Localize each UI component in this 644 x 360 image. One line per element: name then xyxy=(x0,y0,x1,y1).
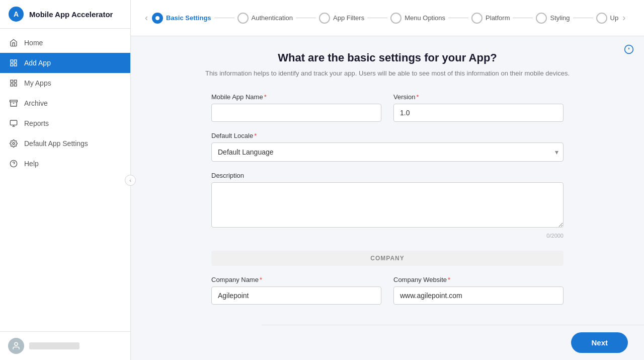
stepper-item-platform[interactable]: Platform xyxy=(471,13,510,24)
svg-rect-6 xyxy=(11,80,13,83)
stepper-circle-styling xyxy=(536,13,547,24)
sidebar-item-label-archive: Archive xyxy=(24,99,48,107)
svg-rect-4 xyxy=(11,63,13,66)
bottom-bar: Next xyxy=(262,325,644,360)
form-row-company: Company Name* Company Website* xyxy=(211,276,564,305)
info-icon[interactable] xyxy=(624,44,634,57)
main-content: ‹ Basic Settings Authentication App Filt… xyxy=(131,0,644,360)
svg-rect-2 xyxy=(11,60,13,62)
form-row-locale: Default Locale* Default Language ▾ xyxy=(211,132,564,162)
sidebar-item-home[interactable]: Home xyxy=(0,33,130,53)
stepper-line-2 xyxy=(296,18,316,18)
form-section: Mobile App Name* Version* Default Locale… xyxy=(211,93,564,305)
svg-rect-3 xyxy=(14,60,17,62)
svg-rect-8 xyxy=(11,84,13,86)
svg-point-15 xyxy=(13,142,15,145)
default-locale-label: Default Locale* xyxy=(211,132,564,139)
form-group-version: Version* xyxy=(393,93,564,122)
company-name-input[interactable] xyxy=(211,286,381,305)
stepper-next-arrow[interactable]: › xyxy=(618,11,629,25)
stepper-item-authentication[interactable]: Authentication xyxy=(237,13,293,24)
company-website-label: Company Website* xyxy=(393,276,564,283)
stepper-label-menu-options: Menu Options xyxy=(405,14,445,22)
svg-rect-9 xyxy=(14,84,17,86)
mobile-app-name-label: Mobile App Name* xyxy=(211,93,381,101)
stepper-label-basic-settings: Basic Settings xyxy=(166,14,211,22)
stepper-item-up[interactable]: Up xyxy=(596,13,619,24)
collapse-icon: ‹ xyxy=(129,177,131,183)
form-group-default-locale: Default Locale* Default Language ▾ xyxy=(211,132,564,162)
description-label: Description xyxy=(211,172,564,179)
sidebar-nav: Home Add App My Apps Archive Reports xyxy=(0,29,130,331)
sidebar-item-archive[interactable]: Archive xyxy=(0,93,130,113)
sidebar-item-default-app-settings[interactable]: Default App Settings xyxy=(0,133,130,154)
archive-icon xyxy=(9,99,18,108)
reports-icon xyxy=(9,119,18,128)
version-input[interactable] xyxy=(393,104,564,122)
stepper-label-up: Up xyxy=(610,14,619,22)
form-row-name-version: Mobile App Name* Version* xyxy=(211,93,564,122)
sidebar-header: A Mobile App Accelerator xyxy=(0,0,130,29)
sidebar-item-reports[interactable]: Reports xyxy=(0,113,130,133)
stepper-circle-authentication xyxy=(237,13,249,24)
form-group-company-website: Company Website* xyxy=(393,276,564,305)
stepper-line-6 xyxy=(573,18,593,18)
sidebar-item-label-home: Home xyxy=(24,39,43,47)
sidebar-item-my-apps[interactable]: My Apps xyxy=(0,73,130,93)
sidebar-item-label-my-apps: My Apps xyxy=(24,79,51,87)
form-group-company-name: Company Name* xyxy=(211,276,381,305)
app-logo: A xyxy=(8,6,24,22)
next-button[interactable]: Next xyxy=(571,332,628,353)
stepper-prev-arrow[interactable]: ‹ xyxy=(141,11,152,25)
stepper-circle-menu-options xyxy=(390,13,401,24)
sidebar-item-label-add-app: Add App xyxy=(24,59,51,67)
stepper-item-styling[interactable]: Styling xyxy=(536,13,570,24)
svg-rect-5 xyxy=(14,63,17,66)
company-website-input[interactable] xyxy=(393,286,564,305)
stepper-label-styling: Styling xyxy=(550,14,570,22)
form-group-mobile-app-name: Mobile App Name* xyxy=(211,93,381,122)
stepper-item-menu-options[interactable]: Menu Options xyxy=(390,13,445,24)
form-group-description: Description 0/2000 xyxy=(211,172,564,239)
company-name-label: Company Name* xyxy=(211,276,381,283)
stepper-circle-basic-settings xyxy=(152,13,163,24)
default-locale-select[interactable]: Default Language xyxy=(211,142,564,162)
add-app-icon xyxy=(9,58,18,67)
stepper-line-5 xyxy=(513,18,533,18)
form-content: What are the basic settings for your App… xyxy=(131,36,644,360)
sidebar-item-add-app[interactable]: Add App xyxy=(0,53,130,73)
sidebar-app-title: Mobile App Accelerator xyxy=(29,10,113,19)
stepper-label-authentication: Authentication xyxy=(252,14,293,22)
stepper-label-platform: Platform xyxy=(486,14,510,22)
page-subtitle: This information helps to identify and t… xyxy=(141,69,634,77)
stepper-nav: ‹ Basic Settings Authentication App Filt… xyxy=(131,0,644,36)
sidebar-footer xyxy=(0,331,130,360)
stepper-line-3 xyxy=(367,18,387,18)
form-row-description: Description 0/2000 xyxy=(211,172,564,239)
settings-icon xyxy=(9,139,18,148)
version-label: Version* xyxy=(393,93,564,101)
svg-rect-7 xyxy=(14,80,17,83)
sidebar-item-label-default-app-settings: Default App Settings xyxy=(24,139,88,148)
my-apps-icon xyxy=(9,79,18,88)
sidebar-item-help[interactable]: Help xyxy=(0,154,130,174)
stepper-label-app-filters: App Filters xyxy=(333,14,364,22)
user-name xyxy=(29,342,79,349)
description-textarea[interactable] xyxy=(211,182,564,228)
home-icon xyxy=(9,38,18,47)
avatar xyxy=(8,338,24,354)
sidebar-item-label-reports: Reports xyxy=(24,119,49,127)
description-char-count: 0/2000 xyxy=(211,233,564,239)
stepper-item-basic-settings[interactable]: Basic Settings xyxy=(152,13,211,24)
collapse-sidebar-button[interactable]: ‹ xyxy=(125,175,136,186)
mobile-app-name-input[interactable] xyxy=(211,104,381,122)
company-section-divider: COMPANY xyxy=(211,251,564,266)
stepper-item-app-filters[interactable]: App Filters xyxy=(319,13,364,24)
svg-rect-10 xyxy=(10,100,18,102)
stepper-line-4 xyxy=(448,18,468,18)
page-title: What are the basic settings for your App… xyxy=(141,51,634,64)
stepper-circle-platform xyxy=(471,13,482,24)
sidebar-item-label-help: Help xyxy=(24,160,39,168)
stepper-line-1 xyxy=(214,18,234,18)
help-icon xyxy=(9,159,18,168)
